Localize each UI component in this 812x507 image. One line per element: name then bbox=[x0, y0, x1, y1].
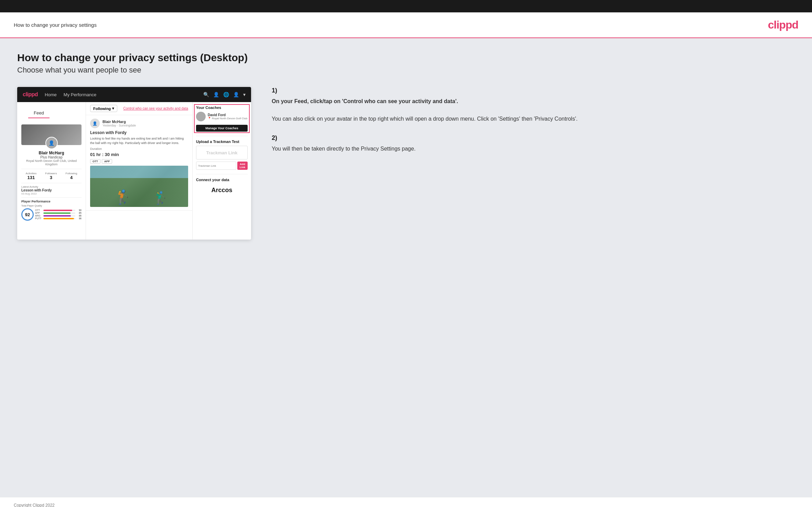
step1-extra-text: You can also click on your avatar in the… bbox=[272, 116, 577, 122]
nav-home[interactable]: Home bbox=[45, 92, 57, 97]
step2-text: You will then be taken directly to the P… bbox=[272, 144, 795, 153]
post-tags: OTT APP bbox=[90, 159, 188, 164]
arccos-logo: Arccos bbox=[196, 184, 248, 197]
duration-value: 01 hr : 30 min bbox=[90, 152, 188, 157]
following-label: Following bbox=[93, 107, 111, 111]
app-label: APP bbox=[35, 212, 43, 214]
coach-info: David Ford 📍 Royal North Devon Golf Club bbox=[208, 113, 247, 120]
stat-followers-label: Followers bbox=[45, 172, 57, 175]
putt-fill bbox=[43, 218, 74, 219]
post-name: Blair McHarg bbox=[102, 120, 136, 124]
app-track bbox=[43, 212, 75, 214]
trackman-placeholder: Trackman Link bbox=[206, 150, 237, 155]
app-body: Feed 👤 Blair McHarg Plus Handicap Royal … bbox=[17, 102, 251, 240]
trackman-input-row: Add Link bbox=[196, 162, 248, 170]
perf-title: Player Performance bbox=[21, 200, 82, 203]
app-nav-logo: clippd bbox=[23, 91, 38, 98]
content-grid: clippd Home My Performance 🔍 👤 🌐 👤 ▾ Fee… bbox=[17, 87, 795, 240]
post-title: Lesson with Fordy bbox=[90, 130, 188, 135]
app-nav-icons: 🔍 👤 🌐 👤 ▾ bbox=[203, 92, 246, 97]
quality-bars: OTT 90 APP 85 bbox=[35, 209, 82, 220]
stat-following-value: 4 bbox=[66, 175, 77, 180]
search-icon[interactable]: 🔍 bbox=[203, 92, 209, 97]
profile-cover: 👤 bbox=[21, 124, 82, 145]
app-nav: clippd Home My Performance 🔍 👤 🌐 👤 ▾ bbox=[17, 87, 251, 102]
latest-date: 03 Aug 2022 bbox=[21, 192, 82, 195]
profile-name: Blair McHarg bbox=[21, 151, 82, 155]
arg-track bbox=[43, 215, 75, 217]
post-meta: Yesterday · Sunningdale bbox=[102, 124, 136, 127]
step1-number: 1) bbox=[272, 87, 795, 94]
golfer-silhouette-left: 🏌️ bbox=[115, 189, 132, 205]
quality-label: Total Player Quality bbox=[21, 205, 82, 207]
stat-followers: Followers 3 bbox=[45, 172, 57, 180]
bar-putt: PUTT 96 bbox=[35, 217, 82, 220]
feed-post: 👤 Blair McHarg Yesterday · Sunningdale L… bbox=[86, 115, 192, 211]
ott-label: OTT bbox=[35, 209, 43, 211]
bar-app: APP 85 bbox=[35, 212, 82, 214]
app-fill bbox=[43, 212, 71, 214]
instruction-step1: 1) On your Feed, click/tap on 'Control w… bbox=[272, 87, 795, 123]
stat-following: Following 4 bbox=[66, 172, 77, 180]
coach-card: David Ford 📍 Royal North Devon Golf Club bbox=[196, 112, 248, 121]
location-pin-icon: 📍 bbox=[208, 117, 211, 120]
trackman-input[interactable] bbox=[196, 162, 236, 170]
stat-followers-value: 3 bbox=[45, 175, 57, 180]
duration-label: Duration bbox=[90, 147, 102, 151]
putt-label: PUTT bbox=[35, 217, 43, 220]
feed-header: Following ▾ Control who can see your act… bbox=[86, 102, 192, 115]
manage-coaches-button[interactable]: Manage Your Coaches bbox=[196, 125, 248, 132]
bar-ott: OTT 90 bbox=[35, 209, 82, 211]
location-icon[interactable]: 🌐 bbox=[223, 92, 229, 97]
coach-avatar bbox=[196, 112, 206, 121]
post-avatar: 👤 bbox=[90, 119, 100, 128]
stat-activities-value: 131 bbox=[26, 175, 37, 180]
connect-title: Connect your data bbox=[196, 178, 248, 182]
coaches-highlight-area: Your Coaches David Ford 📍 Royal North De… bbox=[196, 106, 248, 132]
step2-number: 2) bbox=[272, 134, 795, 142]
profile-handicap: Plus Handicap bbox=[21, 155, 82, 159]
putt-value: 96 bbox=[76, 217, 82, 220]
post-author-info: Blair McHarg Yesterday · Sunningdale bbox=[102, 120, 136, 127]
step1-main-text: On your Feed, click/tap on 'Control who … bbox=[272, 98, 458, 104]
post-header: 👤 Blair McHarg Yesterday · Sunningdale bbox=[90, 119, 188, 128]
person-icon[interactable]: 👤 bbox=[213, 92, 219, 97]
putt-track bbox=[43, 218, 75, 219]
avatar-icon[interactable]: 👤 bbox=[233, 92, 239, 97]
profile-card: 👤 Blair McHarg Plus Handicap Royal North… bbox=[17, 120, 86, 227]
trackman-section: Upload a Trackman Test Trackman Link Add… bbox=[196, 136, 248, 170]
stat-following-label: Following bbox=[66, 172, 77, 175]
hero-title: How to change your privacy settings (Des… bbox=[17, 52, 795, 64]
chevron-down-icon[interactable]: ▾ bbox=[243, 92, 246, 97]
connect-section: Connect your data Arccos bbox=[196, 174, 248, 197]
arg-value: 86 bbox=[76, 214, 82, 217]
control-privacy-link[interactable]: Control who can see your activity and da… bbox=[123, 107, 188, 110]
nav-my-performance[interactable]: My Performance bbox=[64, 92, 96, 97]
arg-label: ARG bbox=[35, 214, 43, 217]
post-desc: Looking to feel like my hands are exitin… bbox=[90, 136, 188, 145]
profile-avatar: 👤 bbox=[45, 137, 58, 149]
app-sidebar: Feed 👤 Blair McHarg Plus Handicap Royal … bbox=[17, 102, 86, 240]
top-bar bbox=[0, 0, 812, 12]
add-link-button[interactable]: Add Link bbox=[237, 162, 248, 170]
profile-stats: Activities 131 Followers 3 Following 4 bbox=[21, 169, 82, 183]
golfer-silhouette-right: 🏌️‍♂️ bbox=[153, 191, 169, 205]
main-content: How to change your privacy settings (Des… bbox=[0, 38, 812, 497]
player-performance: Player Performance Total Player Quality … bbox=[21, 197, 82, 223]
bar-arg: ARG 86 bbox=[35, 214, 82, 217]
coach-name: David Ford bbox=[208, 113, 247, 117]
profile-club: Royal North Devon Golf Club, United King… bbox=[21, 159, 82, 166]
post-duration: Duration bbox=[90, 147, 188, 151]
instruction-step2: 2) You will then be taken directly to th… bbox=[272, 134, 795, 153]
following-button[interactable]: Following ▾ bbox=[90, 105, 117, 112]
app-feed: Following ▾ Control who can see your act… bbox=[86, 102, 193, 240]
hero-subtitle: Choose what you want people to see bbox=[17, 66, 795, 75]
stat-activities-label: Activities bbox=[26, 172, 37, 175]
app-right-panel: Your Coaches David Ford 📍 Royal North De… bbox=[193, 102, 251, 240]
latest-name: Lesson with Fordy bbox=[21, 188, 82, 192]
feed-tab[interactable]: Feed bbox=[28, 108, 50, 118]
ott-track bbox=[43, 210, 75, 211]
page-footer: Copyright Clippd 2022 bbox=[0, 497, 812, 507]
clippd-logo: clippd bbox=[768, 19, 798, 31]
quality-circle: 92 bbox=[21, 208, 34, 221]
